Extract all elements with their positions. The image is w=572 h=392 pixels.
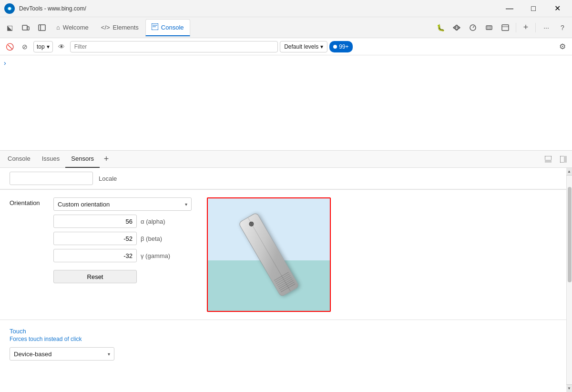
orientation-controls: Custom orientation ▾ α (alpha) β (beta) [53, 197, 192, 283]
panel-tab-sensors-label: Sensors [71, 155, 94, 162]
console-area: › [0, 55, 572, 151]
console-tab-icon [152, 23, 158, 31]
network-icon[interactable] [449, 20, 464, 35]
orientation-row: Orientation Custom orientation ▾ α (alph… [10, 197, 557, 312]
main-tabbar: ⬕ ⌂ Welcome </> Elements Console 🐛 [0, 17, 572, 38]
svg-rect-2 [22, 25, 27, 30]
orientation-section: Orientation Custom orientation ▾ α (alph… [0, 190, 566, 320]
performance-icon[interactable] [465, 20, 480, 35]
help-button[interactable]: ? [555, 20, 570, 35]
memory-icon[interactable] [481, 20, 497, 35]
maximize-button[interactable]: □ [522, 1, 544, 16]
more-options-button[interactable]: ··· [539, 20, 554, 35]
bottom-panel: Console Issues Sensors + [0, 151, 572, 392]
titlebar-title: DevTools - www.bing.com/ [19, 5, 499, 12]
svg-rect-4 [39, 25, 45, 31]
svg-rect-16 [502, 25, 509, 31]
add-panel-tab-button[interactable]: + [100, 153, 113, 166]
tab-elements[interactable]: </> Elements [95, 19, 144, 36]
reset-label: Reset [87, 273, 103, 280]
touch-title: Touch [10, 328, 557, 335]
scrollbar-thumb[interactable] [568, 187, 572, 282]
touch-section: Touch Forces touch instead of click Devi… [0, 320, 566, 368]
sensors-panel: Locale Orientation Custom orientation ▾ [0, 168, 572, 392]
scrollbar: ▲ ▼ [566, 168, 572, 392]
console-chevron-icon[interactable]: › [4, 59, 6, 67]
dock-icon[interactable] [541, 153, 555, 166]
touch-select[interactable]: Device-based ▾ [10, 347, 114, 361]
sidebar-icon[interactable] [34, 20, 50, 35]
panel-tab-console[interactable]: Console [2, 151, 36, 168]
beta-input[interactable] [53, 232, 137, 245]
filter-toggle-button[interactable]: ⊘ [18, 40, 31, 53]
touch-subtitle: Forces touch instead of click [10, 336, 557, 342]
alpha-input[interactable] [53, 215, 137, 228]
beta-row: β (beta) [53, 232, 192, 245]
close-button[interactable]: ✕ [546, 1, 568, 16]
titlebar: DevTools - www.bing.com/ — □ ✕ [0, 0, 572, 17]
layers-icon[interactable] [498, 20, 513, 35]
scroll-up-arrow[interactable]: ▲ [566, 168, 572, 175]
svg-rect-3 [27, 27, 29, 30]
window-controls: — □ ✕ [499, 1, 568, 16]
panel-tab-issues-label: Issues [42, 155, 60, 162]
tab-console-label: Console [161, 24, 184, 31]
context-label: top [37, 43, 45, 50]
panel-tab-sensors[interactable]: Sensors [65, 151, 100, 168]
sensors-scroll-inner: Locale Orientation Custom orientation ▾ [0, 168, 572, 392]
levels-arrow-icon: ▾ [320, 43, 323, 50]
beta-label: β (beta) [141, 235, 179, 242]
panel-tab-issues[interactable]: Issues [36, 151, 66, 168]
scroll-down-arrow[interactable]: ▼ [566, 384, 572, 392]
issues-badge[interactable]: 99+ [329, 41, 352, 52]
gamma-label: γ (gamma) [141, 252, 179, 259]
locale-label: Locale [99, 175, 117, 182]
console-toolbar: 🚫 ⊘ top ▾ 👁 Default levels ▾ 99+ ⚙ [0, 38, 572, 55]
orientation-select[interactable]: Custom orientation ▾ [53, 197, 192, 211]
clear-console-button[interactable]: 🚫 [3, 40, 16, 53]
tab-welcome-label: Welcome [63, 24, 89, 31]
app-window: DevTools - www.bing.com/ — □ ✕ ⬕ ⌂ Welco… [0, 0, 572, 392]
orientation-label: Orientation [10, 197, 48, 206]
tab-console[interactable]: Console [145, 19, 190, 36]
minimize-button[interactable]: — [499, 1, 521, 16]
undock-icon[interactable] [557, 153, 570, 166]
orientation-select-text: Custom orientation [58, 201, 185, 208]
gamma-input[interactable] [53, 249, 137, 262]
tab-welcome[interactable]: ⌂ Welcome [51, 19, 94, 36]
alpha-label: α (alpha) [141, 218, 179, 225]
phone-visualization [207, 197, 331, 312]
reset-button[interactable]: Reset [53, 270, 137, 283]
filter-input[interactable] [70, 41, 278, 52]
svg-rect-21 [564, 156, 567, 163]
locale-input[interactable] [10, 172, 93, 185]
context-dropdown-icon: ▾ [47, 43, 50, 50]
issues-dot [333, 45, 337, 49]
elements-icon: </> [101, 24, 110, 31]
panel-tab-console-label: Console [8, 155, 31, 162]
bug-icon[interactable]: 🐛 [433, 20, 448, 35]
touch-select-arrow-icon: ▾ [108, 351, 110, 357]
locale-row: Locale [0, 168, 566, 189]
back-panel-icon[interactable]: ⬕ [2, 20, 17, 35]
svg-rect-19 [545, 160, 552, 163]
tab-elements-label: Elements [113, 24, 139, 31]
app-logo [4, 3, 15, 14]
context-selector[interactable]: top ▾ [33, 41, 53, 52]
home-icon: ⌂ [56, 24, 60, 31]
gamma-row: γ (gamma) [53, 249, 192, 262]
orientation-select-arrow-icon: ▾ [185, 202, 187, 207]
panel-tabbar: Console Issues Sensors + [0, 151, 572, 168]
alpha-row: α (alpha) [53, 215, 192, 228]
add-tab-button[interactable]: + [519, 21, 532, 34]
settings-button[interactable]: ⚙ [556, 40, 569, 53]
issues-count: 99+ [339, 43, 348, 50]
levels-label: Default levels [284, 43, 318, 50]
touch-select-text: Device-based [14, 351, 108, 358]
levels-dropdown[interactable]: Default levels ▾ [280, 41, 327, 52]
panel-icons [541, 153, 570, 166]
eye-icon[interactable]: 👁 [55, 40, 68, 53]
device-toggle-icon[interactable] [18, 20, 33, 35]
svg-point-1 [8, 7, 11, 10]
